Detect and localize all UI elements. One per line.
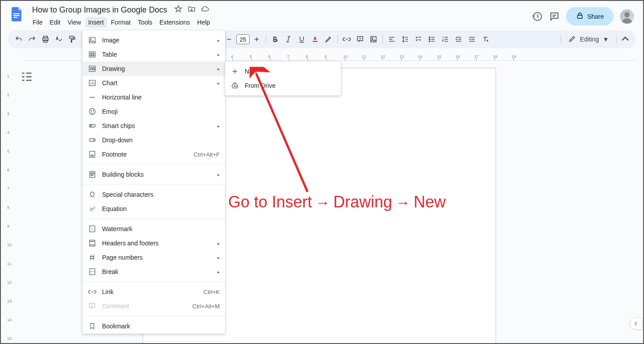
submenu-arrow-icon: ▸ — [217, 255, 220, 260]
insert-link-button[interactable] — [340, 33, 353, 46]
submenu-arrow-icon: ▸ — [217, 52, 220, 57]
insert-building-blocks[interactable]: Building blocks▸ — [82, 167, 225, 182]
svg-point-14 — [429, 39, 430, 40]
insert-bookmark[interactable]: Bookmark — [82, 319, 225, 333]
share-button[interactable]: Share — [566, 7, 614, 25]
font-size-increase[interactable] — [250, 33, 263, 46]
insert-table[interactable]: Table▸ — [82, 47, 225, 62]
editing-mode-button[interactable]: Editing ▼ — [564, 35, 613, 44]
svg-rect-8 — [70, 36, 74, 38]
insert-comment-button[interactable] — [354, 33, 366, 46]
svg-point-12 — [372, 38, 373, 39]
menu-insert[interactable]: Insert — [85, 17, 107, 28]
account-avatar[interactable] — [620, 9, 634, 24]
comments-icon[interactable] — [549, 11, 560, 22]
svg-point-23 — [91, 111, 92, 112]
svg-point-20 — [90, 68, 93, 70]
chevron-down-icon: ▼ — [603, 36, 609, 43]
svg-rect-32 — [90, 240, 95, 246]
menu-edit[interactable]: Edit — [47, 17, 64, 28]
bulleted-list-button[interactable] — [426, 33, 438, 46]
submenu-arrow-icon: ▸ — [217, 269, 220, 274]
emoji-icon — [88, 107, 97, 116]
redo-button[interactable] — [26, 33, 38, 46]
spellcheck-button[interactable] — [53, 33, 65, 46]
menu-view[interactable]: View — [65, 17, 84, 28]
insert-smart-chips[interactable]: Smart chips▸ — [82, 119, 225, 133]
svg-rect-11 — [371, 37, 376, 42]
checklist-button[interactable] — [412, 33, 425, 46]
menu-extensions[interactable]: Extensions — [156, 17, 193, 28]
bold-button[interactable] — [269, 33, 281, 46]
link-shortcut: Ctrl+K — [204, 289, 220, 295]
clear-formatting-button[interactable] — [479, 33, 492, 46]
menu-tools[interactable]: Tools — [135, 17, 156, 28]
table-icon — [88, 50, 97, 59]
insert-comment: CommentCtrl+Alt+M — [82, 299, 225, 313]
highlight-button[interactable] — [322, 33, 335, 46]
insert-link[interactable]: LinkCtrl+K — [82, 285, 225, 299]
increase-indent-button[interactable] — [466, 33, 478, 46]
align-button[interactable] — [386, 33, 398, 46]
pi-icon: π² — [88, 204, 97, 213]
hash-icon — [88, 253, 97, 262]
insert-watermark[interactable]: Watermark — [82, 222, 225, 236]
svg-rect-9 — [313, 41, 318, 42]
underline-button[interactable] — [295, 33, 308, 46]
insert-footnote[interactable]: FootnoteCtrl+Alt+F — [82, 147, 225, 162]
insert-break[interactable]: Break▸ — [82, 265, 225, 279]
insert-dropdown[interactable]: Drop-down — [82, 133, 225, 147]
drawing-submenu: New From Drive — [225, 62, 341, 95]
insert-page-numbers[interactable]: Page numbers▸ — [82, 250, 225, 265]
move-icon[interactable] — [188, 5, 196, 15]
font-size-input[interactable] — [236, 34, 250, 44]
submenu-arrow-icon: ▸ — [217, 172, 220, 177]
image-icon — [88, 36, 97, 45]
plus-icon — [230, 67, 239, 76]
insert-chart[interactable]: Chart▸ — [82, 76, 225, 90]
menu-bar: File Edit View Insert Format Tools Exten… — [29, 17, 529, 28]
menu-file[interactable]: File — [29, 17, 46, 28]
docs-app-icon[interactable] — [8, 5, 26, 23]
bookmark-icon — [88, 322, 97, 331]
drawing-from-drive[interactable]: From Drive — [225, 79, 341, 93]
vertical-ruler[interactable]: 123456789101112131415 — [6, 61, 13, 343]
footnote-icon — [88, 150, 97, 159]
collapse-toolbar-button[interactable] — [619, 33, 632, 46]
insert-horizontal-line[interactable]: Horizontal line — [82, 90, 225, 104]
lock-icon — [576, 12, 584, 21]
svg-point-17 — [90, 39, 91, 40]
decrease-indent-button[interactable] — [452, 33, 465, 46]
insert-headers-footers[interactable]: Headers and footers▸ — [82, 236, 225, 250]
insert-equation[interactable]: π²Equation — [82, 202, 225, 216]
line-spacing-button[interactable] — [399, 33, 411, 46]
menu-help[interactable]: Help — [194, 17, 213, 28]
numbered-list-button[interactable] — [439, 33, 451, 46]
svg-rect-29 — [90, 171, 95, 178]
star-icon[interactable] — [174, 5, 182, 15]
outline-toggle-button[interactable] — [20, 70, 34, 84]
share-label: Share — [587, 13, 604, 20]
insert-image[interactable]: Image▸ — [82, 33, 225, 47]
cloud-icon[interactable] — [201, 5, 209, 15]
drive-icon — [230, 81, 239, 90]
footnote-shortcut: Ctrl+Alt+F — [193, 151, 220, 158]
paint-format-button[interactable] — [66, 33, 78, 46]
undo-button[interactable] — [12, 33, 25, 46]
print-button[interactable] — [39, 33, 52, 46]
svg-rect-0 — [13, 13, 20, 14]
insert-special-characters[interactable]: Special characters — [82, 187, 225, 202]
dropdown-icon — [88, 136, 97, 145]
drawing-new[interactable]: New — [225, 64, 341, 79]
document-title[interactable]: How to Group Images in Google Docs — [29, 4, 170, 16]
show-side-panel-button[interactable] — [630, 317, 642, 330]
insert-drawing[interactable]: Drawing▸ — [82, 62, 225, 76]
text-color-button[interactable] — [309, 33, 321, 46]
insert-emoji[interactable]: Emoji — [82, 104, 225, 119]
menu-format[interactable]: Format — [108, 17, 134, 28]
editing-label: Editing — [580, 36, 599, 43]
insert-image-button[interactable] — [367, 33, 380, 46]
italic-button[interactable] — [282, 33, 295, 46]
submenu-arrow-icon: ▸ — [217, 38, 220, 43]
history-icon[interactable] — [532, 11, 543, 22]
